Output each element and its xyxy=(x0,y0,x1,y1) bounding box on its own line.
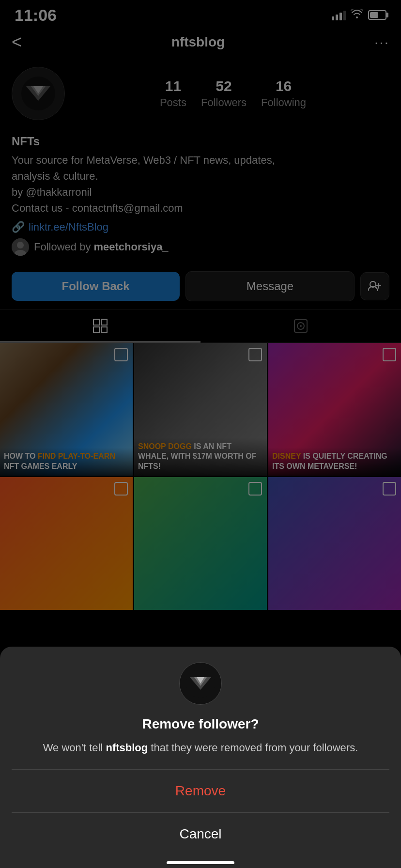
remove-follower-button[interactable]: Remove xyxy=(12,770,389,812)
sheet-avatar xyxy=(179,662,222,705)
cancel-remove-button[interactable]: Cancel xyxy=(12,812,389,855)
sheet-avatar-logo xyxy=(186,669,215,698)
sheet-description: We won't tell nftsblog that they were re… xyxy=(12,740,389,756)
home-bar xyxy=(167,861,234,864)
remove-follower-overlay: Remove follower? We won't tell nftsblog … xyxy=(0,0,401,868)
sheet-title: Remove follower? xyxy=(12,716,389,732)
remove-follower-sheet: Remove follower? We won't tell nftsblog … xyxy=(0,647,401,868)
home-indicator xyxy=(12,855,389,868)
